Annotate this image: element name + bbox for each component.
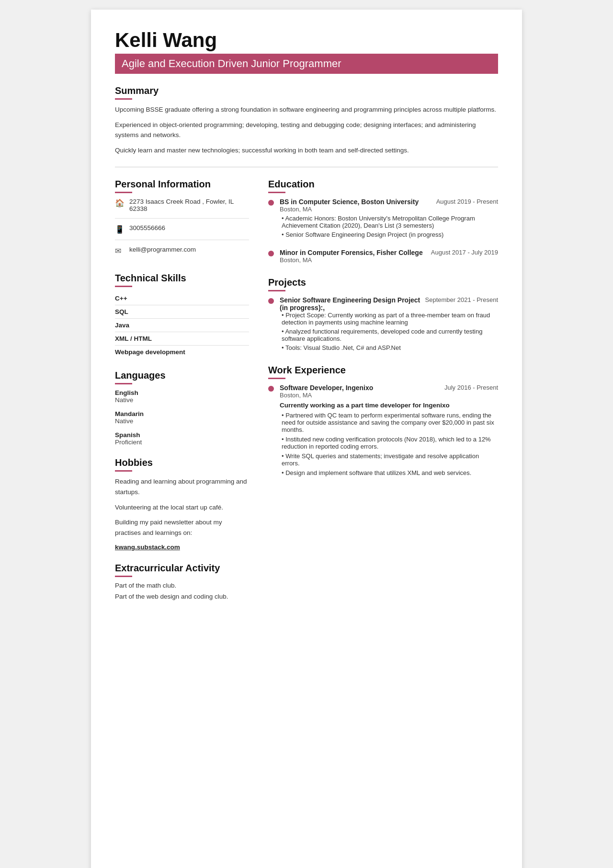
- personal-phone-item: 📱 3005556666: [115, 224, 249, 240]
- work-title-1: Software Developer, Ingenixo: [280, 384, 373, 392]
- lang-mandarin: Mandarin Native: [115, 410, 249, 425]
- section-divider: [115, 167, 498, 167]
- proj-entry-1: Senior Software Engineering Design Proje…: [268, 296, 498, 353]
- email-text: kelli@programmer.com: [129, 246, 196, 253]
- phone-text: 3005556666: [129, 224, 165, 231]
- education-section: Education BS in Computer Science, Boston…: [268, 179, 498, 266]
- edu-date-2: August 2017 - July 2019: [431, 249, 498, 256]
- edu-title-2: Minor in Computer Forensics, Fisher Coll…: [280, 249, 423, 256]
- right-column: Education BS in Computer Science, Boston…: [268, 179, 498, 612]
- work-location-1: Boston, MA: [280, 392, 498, 399]
- summary-para-2: Experienced in object-oriented programmi…: [115, 120, 498, 140]
- extracurr-item-2: Part of the web design and coding club.: [115, 593, 249, 600]
- edu-entry-1: BS in Computer Science, Boston Universit…: [268, 198, 498, 240]
- work-subtitle-1: Currently working as a part time develop…: [280, 402, 498, 409]
- lang-english-level: Native: [115, 396, 249, 404]
- work-header-1: Software Developer, Ingenixo July 2016 -…: [280, 384, 498, 392]
- education-title: Education: [268, 179, 498, 195]
- edu-bullet-1-1: • Senior Software Engineering Design Pro…: [280, 231, 498, 238]
- edu-location-1: Boston, MA: [280, 206, 498, 213]
- work-experience-section: Work Experience Software Developer, Inge…: [268, 365, 498, 479]
- edu-dot-2: [268, 251, 274, 256]
- edu-bullet-1-0: • Academic Honors: Boston University's M…: [280, 215, 498, 229]
- edu-dot-col-1: [268, 198, 274, 240]
- edu-date-1: August 2019 - Present: [436, 198, 498, 205]
- edu-location-2: Boston, MA: [280, 256, 498, 264]
- summary-section: Summary Upcoming BSSE graduate offering …: [115, 85, 498, 155]
- work-bullet-1-3: • Design and implement software that uti…: [280, 469, 498, 476]
- work-entry-1: Software Developer, Ingenixo July 2016 -…: [268, 384, 498, 479]
- hobbies-section: Hobbies Reading and learning about progr…: [115, 457, 249, 551]
- lang-mandarin-level: Native: [115, 417, 249, 425]
- extracurricular-section: Extracurricular Activity Part of the mat…: [115, 563, 249, 600]
- projects-title: Projects: [268, 277, 498, 293]
- personal-info-section: Personal Information 🏠 2273 Isaacs Creek…: [115, 179, 249, 261]
- skill-web: Webpage development: [115, 346, 249, 359]
- proj-date-1: September 2021 - Present: [425, 296, 498, 303]
- proj-header-1: Senior Software Engineering Design Proje…: [280, 296, 498, 312]
- edu-entry-2: Minor in Computer Forensics, Fisher Coll…: [268, 249, 498, 266]
- work-bullet-1-2: • Write SQL queries and statements; inve…: [280, 452, 498, 467]
- languages-section: Languages English Native Mandarin Native…: [115, 370, 249, 446]
- lang-spanish: Spanish Proficient: [115, 431, 249, 446]
- lang-spanish-level: Proficient: [115, 439, 249, 446]
- work-dot-col-1: [268, 384, 274, 479]
- skill-java: Java: [115, 319, 249, 332]
- edu-header-1: BS in Computer Science, Boston Universit…: [280, 198, 498, 206]
- proj-bullet-1-1: • Analyzed functional requirements, deve…: [280, 328, 498, 342]
- work-bullet-1-1: • Instituted new coding verification pro…: [280, 436, 498, 450]
- candidate-name: Kelli Wang: [115, 29, 498, 52]
- address-text: 2273 Isaacs Creek Road , Fowler, IL 6233…: [129, 198, 249, 212]
- technical-skills-title: Technical Skills: [115, 273, 249, 289]
- skill-xml: XML / HTML: [115, 332, 249, 346]
- summary-para-3: Quickly learn and master new technologie…: [115, 145, 498, 156]
- work-content-1: Software Developer, Ingenixo July 2016 -…: [280, 384, 498, 479]
- personal-info-title: Personal Information: [115, 179, 249, 195]
- work-dot-1: [268, 386, 274, 392]
- hobbies-title: Hobbies: [115, 457, 249, 474]
- projects-section: Projects Senior Software Engineering Des…: [268, 277, 498, 353]
- summary-para-1: Upcoming BSSE graduate offering a strong…: [115, 104, 498, 115]
- personal-email-item: ✉ kelli@programmer.com: [115, 246, 249, 261]
- technical-skills-section: Technical Skills C++ SQL Java XML / HTML…: [115, 273, 249, 359]
- resume-page: Kelli Wang Agile and Execution Driven Ju…: [91, 10, 522, 868]
- edu-dot-1: [268, 200, 274, 206]
- proj-title-1: Senior Software Engineering Design Proje…: [280, 296, 420, 312]
- languages-title: Languages: [115, 370, 249, 386]
- edu-content-1: BS in Computer Science, Boston Universit…: [280, 198, 498, 240]
- hobby-text-2: Volunteering at the local start up café.: [115, 502, 249, 513]
- proj-bullet-1-0: • Project Scope: Currently working as pa…: [280, 312, 498, 326]
- skill-sql: SQL: [115, 305, 249, 319]
- email-icon: ✉: [115, 246, 125, 255]
- proj-bullet-1-2: • Tools: Visual Studio .Net, C# and ASP.…: [280, 344, 498, 351]
- work-date-1: July 2016 - Present: [444, 384, 498, 392]
- proj-dot-1: [268, 298, 274, 304]
- left-column: Personal Information 🏠 2273 Isaacs Creek…: [115, 179, 249, 612]
- lang-spanish-name: Spanish: [115, 431, 249, 439]
- address-icon: 🏠: [115, 198, 125, 208]
- work-bullet-1-0: • Partnered with QC team to perform expe…: [280, 412, 498, 433]
- proj-dot-col-1: [268, 296, 274, 353]
- lang-mandarin-name: Mandarin: [115, 410, 249, 417]
- extracurr-item-1: Part of the math club.: [115, 582, 249, 589]
- summary-title: Summary: [115, 85, 498, 102]
- lang-english-name: English: [115, 389, 249, 396]
- edu-title-1: BS in Computer Science, Boston Universit…: [280, 198, 419, 206]
- proj-content-1: Senior Software Engineering Design Proje…: [280, 296, 498, 353]
- personal-address-item: 🏠 2273 Isaacs Creek Road , Fowler, IL 62…: [115, 198, 249, 219]
- skill-cpp: C++: [115, 292, 249, 305]
- lang-english: English Native: [115, 389, 249, 404]
- edu-content-2: Minor in Computer Forensics, Fisher Coll…: [280, 249, 498, 266]
- extracurricular-title: Extracurricular Activity: [115, 563, 249, 579]
- two-column-layout: Personal Information 🏠 2273 Isaacs Creek…: [115, 179, 498, 612]
- work-experience-title: Work Experience: [268, 365, 498, 381]
- hobby-text-3: Building my paid newsletter about my pra…: [115, 517, 249, 538]
- phone-icon: 📱: [115, 225, 125, 234]
- hobby-link[interactable]: kwang.substack.com: [115, 544, 180, 551]
- edu-dot-col-2: [268, 249, 274, 266]
- hobby-text-1: Reading and learning about programming a…: [115, 476, 249, 497]
- edu-header-2: Minor in Computer Forensics, Fisher Coll…: [280, 249, 498, 256]
- candidate-subtitle: Agile and Execution Driven Junior Progra…: [115, 54, 498, 74]
- resume-header: Kelli Wang Agile and Execution Driven Ju…: [115, 29, 498, 85]
